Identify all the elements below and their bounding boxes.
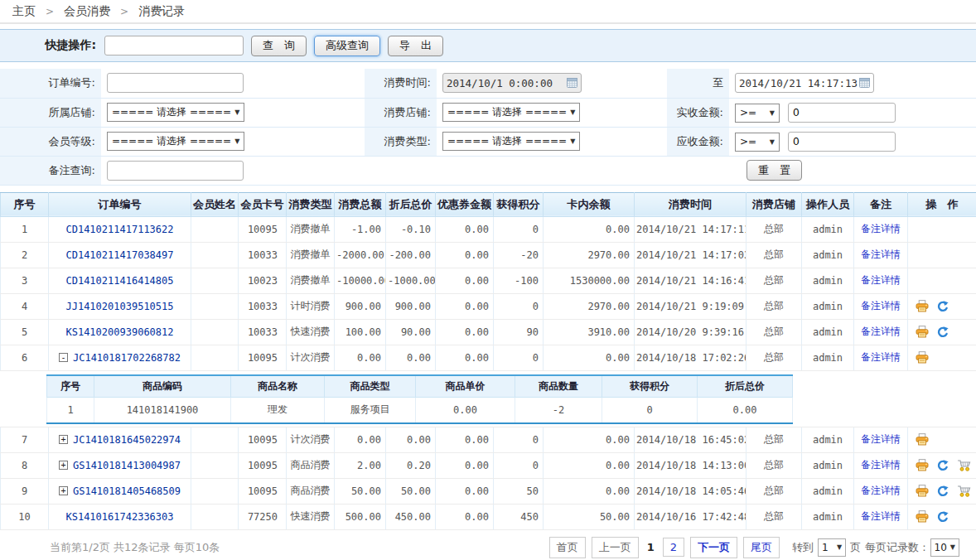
table-row: 7+JC141018164502297410095计次消费0.000.000.0… [1,427,976,452]
goto-page-select[interactable]: 1 ▼ [818,538,846,557]
search-button[interactable]: 查 询 [251,36,307,56]
consume-type-cell: 快速消费 [287,319,335,345]
table-row: 1CD141021141711362210095消费撤单-1.00-0.100.… [1,216,976,242]
calendar-icon[interactable] [859,78,870,88]
breadcrumb-separator: > [46,6,54,17]
remark-detail-link[interactable]: 备注详情 [861,326,901,337]
total-amount-cell: 500.00 [335,504,386,529]
member-level-label: 会员等级: [0,127,101,156]
item-type-cell: 服务项目 [325,398,416,423]
remark-detail-link[interactable]: 备注详情 [861,223,901,234]
breadcrumb-item-home[interactable]: 主页 [12,4,36,19]
column-header: 消费总额 [335,192,386,216]
consume-time-cell: 2014/10/21 14:16:41 [635,268,746,293]
expand-toggle-icon[interactable]: + [59,461,68,470]
undo-icon[interactable] [936,326,949,339]
table-row: 3CD141021141641480510023消费撤单-10000.00-10… [1,268,976,293]
printer-icon[interactable] [916,326,929,338]
order-number-link[interactable]: JC1410181645022974 [73,434,181,446]
undo-icon[interactable] [936,300,949,313]
collapse-toggle-icon[interactable]: - [59,353,68,362]
per-page-select[interactable]: 10 ▼ [930,538,959,557]
last-page-button[interactable]: 尾页 [743,537,780,558]
total-amount-cell: 2.00 [335,452,386,478]
remark-detail-link[interactable]: 备注详情 [861,274,901,286]
printer-icon[interactable] [916,300,929,312]
order-number-link[interactable]: GS1410181413004987 [73,460,181,471]
cart-icon[interactable] [957,485,971,497]
card-balance-cell: 0.00 [544,216,635,242]
receivable-amount-operator-select[interactable]: >= ▼ [735,133,780,152]
card-balance-cell: 3910.00 [544,319,635,345]
receivable-amount-input[interactable] [788,132,896,152]
discounted-amount-cell: -0.10 [386,216,436,242]
consume-time-cell: 2014/10/21 9:19:09 [635,293,746,319]
row-index-cell: 10 [1,504,49,529]
order-number-link[interactable]: KS1410161742336303 [65,511,173,523]
operation-cell [908,268,976,293]
printer-icon[interactable] [916,433,929,446]
consume-time-to-input[interactable]: 2014/10/21 14:17:13 [735,73,874,93]
order-cell: CD1410211417113622 [49,216,191,242]
order-number-link[interactable]: CD1410211417113622 [65,224,173,235]
order-number-link[interactable]: GS1410181405468509 [73,485,181,497]
page-2-button[interactable]: 2 [663,538,684,557]
calendar-icon[interactable] [567,78,577,88]
member-name-cell [191,345,239,370]
dropdown-arrow-icon: ▼ [234,109,239,116]
column-header: 操作人员 [802,192,854,216]
consume-store-select[interactable]: ===== 请选择 ===== ▼ [442,103,580,122]
order-number-link[interactable]: CD1410211417038497 [65,249,173,261]
consume-time-from-input[interactable]: 2014/10/1 0:00:00 [442,73,582,93]
sub-column-header: 商品数量 [515,375,602,398]
undo-icon[interactable] [936,510,949,524]
order-number-link[interactable]: CD1410211416414805 [65,275,173,287]
first-page-button[interactable]: 首页 [549,537,586,558]
actual-amount-input[interactable] [788,103,896,123]
order-number-link[interactable]: JJ1410201039510515 [65,301,173,312]
remark-detail-link[interactable]: 备注详情 [861,300,901,311]
remark-query-input[interactable] [107,161,244,181]
expand-toggle-icon[interactable]: + [59,435,68,444]
quick-search-input[interactable] [104,36,244,56]
total-amount-cell: 0.00 [335,427,386,452]
reset-button[interactable]: 重 置 [746,160,802,181]
advanced-search-button[interactable]: 高级查询 [314,36,380,56]
own-store-select[interactable]: ===== 请选择 ===== ▼ [107,103,244,122]
remark-detail-link[interactable]: 备注详情 [861,351,901,363]
consume-type-select[interactable]: ===== 请选择 ===== ▼ [442,132,580,151]
order-number-link[interactable]: JC1410181702268782 [73,352,181,364]
printer-icon[interactable] [916,485,929,497]
sub-header-row: 序号商品编码商品名称商品类型商品单价商品数量获得积分折后总价 [47,375,793,398]
next-page-button[interactable]: 下一页 [690,537,737,558]
cart-icon[interactable] [957,459,971,471]
consume-type-cell: 消费撤单 [287,268,335,293]
printer-icon[interactable] [916,510,929,523]
export-button[interactable]: 导 出 [388,36,443,56]
expand-toggle-icon[interactable]: + [59,486,68,495]
printer-icon[interactable] [916,459,929,471]
operation-cell [908,504,976,529]
remark-cell: 备注详情 [854,319,908,345]
remark-detail-link[interactable]: 备注详情 [861,485,901,496]
breadcrumb-item-member-consume[interactable]: 会员消费 [64,4,110,19]
table-row: 8+GS141018141300498710095商品消费2.000.200.0… [1,452,976,478]
prev-page-button[interactable]: 上一页 [592,537,639,558]
undo-icon[interactable] [936,459,949,472]
remark-detail-link[interactable]: 备注详情 [861,510,901,522]
remark-detail-link[interactable]: 备注详情 [861,249,901,260]
order-number-link[interactable]: KS1410200939060812 [65,326,173,338]
discounted-amount-cell: 450.00 [386,504,436,529]
order-no-input[interactable] [107,73,244,93]
remark-detail-link[interactable]: 备注详情 [861,459,901,471]
item-points-cell: 0 [602,398,698,423]
dropdown-arrow-icon: ▼ [950,543,955,551]
remark-detail-link[interactable]: 备注详情 [861,433,901,445]
points-earned-cell: 50 [494,478,544,504]
dropdown-arrow-icon: ▼ [770,138,775,146]
member-level-select[interactable]: ===== 请选择 ===== ▼ [107,132,244,151]
undo-icon[interactable] [936,485,949,498]
row-index-cell: 9 [1,478,49,504]
actual-amount-operator-select[interactable]: >= ▼ [735,104,780,123]
printer-icon[interactable] [916,351,929,364]
